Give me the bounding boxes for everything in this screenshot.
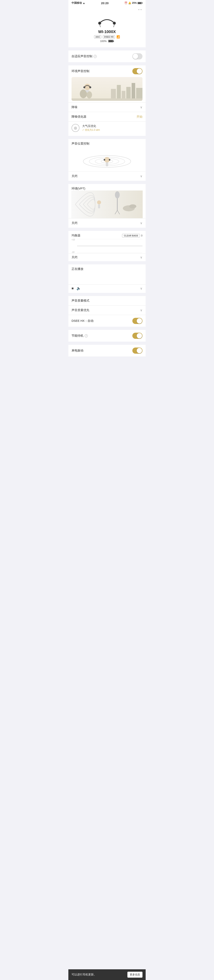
cityscape-svg: [72, 77, 142, 101]
vpt-illustration: [69, 191, 145, 218]
svg-point-34: [97, 200, 101, 204]
svg-point-26: [109, 159, 110, 161]
vibrate-label: 来电振动: [72, 349, 133, 353]
power-save-toggle[interactable]: [133, 332, 142, 339]
status-time: 20:20: [101, 2, 109, 5]
stop-button[interactable]: ■: [72, 286, 74, 291]
eq-dropdown[interactable]: 关闭 ∨: [69, 253, 145, 261]
eq-title: 均衡器: [72, 234, 80, 237]
eq-header-row: 均衡器 CLEAR BASS 0: [69, 231, 145, 237]
atm-row: ◎ 大气压优化 ✓ 优化为1.0 atm: [69, 121, 145, 136]
atm-subtitle: ✓ 优化为1.0 atm: [82, 128, 100, 132]
vpt-svg: [71, 191, 143, 218]
optimizer-label: 降噪优化器: [72, 115, 86, 119]
section-gap-1: [69, 49, 145, 51]
now-playing-title: 正在播放: [69, 264, 145, 272]
section-gap-5: [69, 229, 145, 231]
eq-label-bot: -10: [72, 251, 74, 253]
sq-priority-chevron-icon: ∨: [140, 308, 142, 312]
section-gap-2: [69, 64, 145, 65]
device-image: [96, 16, 118, 30]
more-options-icon[interactable]: ···: [138, 7, 142, 12]
sq-priority-label: 声音质量优先: [72, 308, 89, 312]
power-save-row: 节能待机 i: [69, 330, 145, 342]
wifi-icon: ▲: [83, 2, 85, 5]
vibrate-toggle[interactable]: [133, 347, 142, 354]
dsee-badge: DSEE HX: [103, 35, 115, 38]
sound-position-title: 声音位置控制: [69, 139, 145, 146]
now-playing-controls-row: ■ 🔈 ∨: [69, 284, 145, 293]
dsee-label: DSEE HX：自动: [72, 319, 133, 323]
ambient-section: 环境声音控制: [69, 65, 145, 136]
vibrate-row: 来电振动: [69, 345, 145, 356]
noise-dropdown-label: 降噪: [72, 105, 77, 109]
section-gap-9: [69, 343, 145, 345]
sq-section: 声音质量模式 声音质量优先 ∨ DSEE HX：自动: [69, 296, 145, 327]
battery-row: 100%: [100, 40, 114, 43]
optimizer-action[interactable]: 开始: [137, 115, 142, 119]
volume-icon: 🔔: [128, 2, 131, 4]
power-save-section: 节能待机 i: [69, 330, 145, 342]
header-area: ···: [69, 6, 145, 13]
svg-line-4: [100, 25, 101, 27]
adaptive-sound-text: 自适应声音控制: [72, 54, 92, 58]
vibrate-section: 来电振动: [69, 345, 145, 356]
now-playing-chevron-icon[interactable]: ∨: [140, 286, 142, 290]
section-gap-7: [69, 294, 145, 296]
adaptive-sound-toggle[interactable]: [133, 53, 142, 59]
atm-title: 大气压优化: [82, 124, 100, 128]
dsee-row: DSEE HX：自动: [69, 315, 145, 327]
vpt-dropdown[interactable]: 关闭 ∨: [69, 218, 145, 228]
adaptive-sound-info-icon[interactable]: i: [94, 55, 97, 58]
atm-check-icon: ✓: [82, 129, 85, 131]
adaptive-sound-label: 自适应声音控制 i: [72, 54, 133, 58]
device-badges: AAC DSEE HX 📶: [94, 35, 120, 38]
sound-position-label: 关闭: [72, 174, 77, 178]
eq-grid: +10 -10: [72, 239, 142, 253]
device-name: WI-1000X: [98, 30, 116, 34]
section-gap-8: [69, 328, 145, 330]
eq-label-top: +10: [72, 239, 75, 241]
eq-badge-group: CLEAR BASS 0: [122, 234, 142, 237]
power-save-label: 节能待机 i: [72, 334, 133, 337]
svg-rect-11: [132, 83, 135, 101]
svg-rect-18: [72, 99, 142, 101]
sound-position-illustration: [69, 146, 145, 171]
battery-icon: [137, 2, 142, 4]
now-playing-section: 正在播放 ■ 🔈 ∨: [69, 264, 145, 293]
sound-position-dropdown[interactable]: 关闭 ∨: [69, 171, 145, 181]
vibrate-thumb: [137, 348, 142, 353]
sq-priority-row[interactable]: 声音质量优先 ∨: [69, 305, 145, 315]
ambient-illustration: [69, 77, 145, 102]
battery-label: 25%: [132, 2, 137, 4]
svg-point-1: [99, 22, 100, 24]
ambient-thumb: [137, 68, 142, 74]
device-card: WI-1000X AAC DSEE HX 📶 100%: [69, 13, 145, 47]
svg-rect-27: [71, 191, 143, 218]
volume-button[interactable]: 🔈: [77, 286, 81, 291]
vpt-section: 环绕(VPT): [69, 184, 145, 228]
power-save-info-icon[interactable]: i: [85, 334, 88, 337]
svg-point-25: [104, 159, 105, 161]
noise-dropdown-row[interactable]: 降噪 ∨: [69, 102, 145, 112]
sound-position-section: 声音位置控制 关闭 ∨: [69, 139, 145, 181]
sq-title: 声音质量模式: [72, 299, 89, 302]
ambient-label: 环境声音控制: [72, 69, 133, 73]
power-save-text: 节能待机: [72, 334, 83, 337]
adaptive-sound-row: 自适应声音控制 i: [69, 51, 145, 62]
ambient-toggle[interactable]: [133, 68, 142, 74]
bottom-padding: [69, 358, 145, 370]
dsee-thumb: [137, 318, 142, 324]
section-gap-3: [69, 137, 145, 139]
status-bar: 中国移动 ▲ 20:20 ⏰ 🔔 25%: [69, 0, 145, 6]
svg-rect-35: [98, 204, 100, 208]
adaptive-sound-section: 自适应声音控制 i: [69, 51, 145, 62]
now-playing-content: [69, 272, 145, 284]
alarm-icon: ⏰: [125, 2, 128, 4]
eq-line-svg: [77, 239, 142, 253]
bt-icon: 📶: [117, 35, 120, 38]
atm-text: 大气压优化 ✓ 优化为1.0 atm: [82, 124, 100, 132]
playback-controls: ■ 🔈: [72, 286, 81, 291]
dsee-toggle[interactable]: [133, 318, 142, 324]
svg-rect-24: [106, 162, 108, 166]
